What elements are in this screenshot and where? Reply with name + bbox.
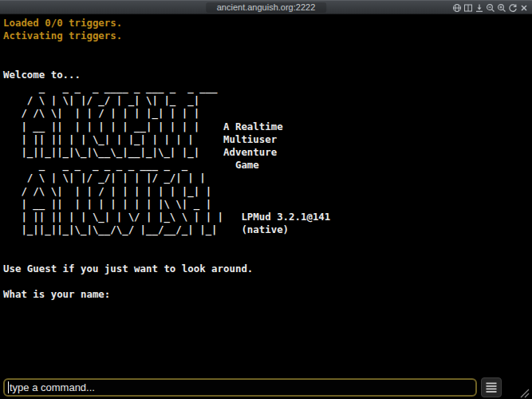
hamburger-icon: [486, 381, 497, 393]
command-input-wrap: [3, 378, 477, 397]
system-messages: Loaded 0/0 triggers. Activating triggers…: [3, 17, 532, 42]
titlebar-icons: [452, 3, 529, 13]
terminal-output-area: Loaded 0/0 triggers. Activating triggers…: [0, 14, 532, 375]
titlebar: ancient.anguish.org:2222: [0, 0, 532, 14]
menu-button[interactable]: [481, 377, 502, 397]
refresh-icon[interactable]: [508, 3, 518, 13]
columns-icon[interactable]: [463, 3, 473, 13]
command-bar: [0, 375, 532, 399]
resize-grip-icon[interactable]: [518, 386, 530, 397]
mud-client-window: { "titlebar": { "title": "ancient.anguis…: [0, 0, 532, 399]
download-icon[interactable]: [475, 3, 484, 13]
command-input[interactable]: [3, 378, 477, 397]
text-caret: [8, 381, 9, 393]
zoom-out-icon[interactable]: [486, 3, 495, 13]
close-icon[interactable]: [519, 3, 529, 13]
globe-icon[interactable]: [452, 3, 462, 13]
window-title: ancient.anguish.org:2222: [206, 2, 327, 13]
mud-welcome-text: Welcome to... _ _ _ _ ____ _ ___ _ _ ___…: [3, 42, 532, 301]
zoom-in-icon[interactable]: [497, 3, 506, 13]
